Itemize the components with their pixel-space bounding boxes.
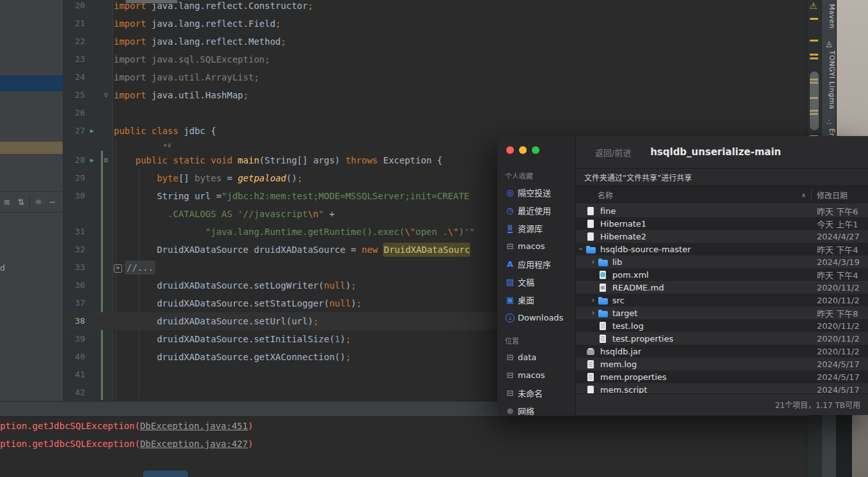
chevron-expanded-icon[interactable]: › [577, 245, 585, 253]
fold-slot [99, 259, 112, 276]
code-line[interactable]: 26 [63, 104, 807, 122]
run-slot [85, 68, 99, 86]
run-button[interactable]: ▶ [85, 151, 99, 169]
file-row[interactable]: ›target昨天 下午8 [576, 307, 868, 319]
fold-slot [99, 294, 112, 312]
sort-ascending-icon[interactable]: ∧ [802, 192, 811, 199]
settings-gear-icon[interactable]: ☼ [31, 197, 45, 207]
line-number: 41 [63, 366, 85, 384]
fold-slot [99, 122, 112, 140]
chevron-collapsed-icon[interactable]: › [589, 296, 597, 305]
sidebar-item-hdd[interactable]: ⊟macos [497, 366, 575, 384]
code-text: "java.lang.Runtime.getRuntime().exec(\"o… [112, 223, 475, 241]
sidebar-item-hdd[interactable]: ⊟未命名 [497, 384, 575, 402]
code-token: ; [345, 352, 350, 362]
code-token: " [318, 209, 323, 219]
run-button[interactable]: ▶ [85, 122, 99, 140]
file-row[interactable]: test.properties2020/11/2 [576, 332, 868, 345]
column-header-name[interactable]: 名称 [576, 190, 613, 201]
tool-button-maven[interactable]: Maven [822, 4, 836, 29]
tongyi-lingma-icon[interactable]: ◬ [822, 39, 836, 48]
code-line[interactable]: 23import java.sql.SQLException; [63, 50, 807, 68]
sidebar-item-hdd[interactable]: ⊟macos [497, 237, 575, 255]
hide-panel-icon[interactable]: − [45, 197, 59, 207]
editor-scrollbar-thumb[interactable] [810, 72, 819, 130]
chevron-collapsed-icon[interactable]: › [589, 257, 597, 266]
line-number [63, 205, 85, 223]
minimize-button[interactable] [519, 146, 527, 154]
sidebar-item-desktop[interactable]: ▣桌面 [497, 291, 575, 308]
file-row[interactable]: pom.xml昨天 下午4 [576, 268, 868, 281]
tree-selected-row[interactable] [0, 75, 63, 91]
code-token: import [114, 90, 146, 100]
code-token: [] [178, 173, 194, 183]
file-name: fine [600, 206, 616, 216]
code-line[interactable]: 22import java.lang.reflect.Method; [63, 33, 807, 50]
nodes-icon[interactable]: ∴ [822, 117, 836, 126]
fold-expand-icon[interactable]: + [114, 264, 122, 273]
code-token: jdbc { [178, 126, 216, 136]
file-row[interactable]: ›src2020/11/2 [576, 294, 868, 307]
fold-marker[interactable]: ⊟ [99, 151, 112, 169]
file-row[interactable]: mem.script2024/5/17 [576, 383, 868, 393]
file-icon [598, 334, 608, 344]
run-slot [85, 223, 99, 241]
column-header-date[interactable]: 修改日期 [811, 190, 868, 201]
code-line[interactable]: 25⌂import java.util.HashMap; [63, 86, 807, 104]
file-date: 2020/11/2 [817, 296, 868, 305]
zoom-button[interactable] [532, 146, 539, 154]
file-row[interactable]: mem.log2024/5/17 [576, 358, 868, 370]
collapse-all-icon[interactable]: ≡ [0, 197, 14, 207]
file-row[interactable]: mem.properties2024/5/17 [576, 370, 868, 383]
file-row[interactable]: ›lib2024/3/19 [576, 255, 868, 268]
stacktrace-line: ption.getJdbcSQLException(DbException.ja… [0, 417, 807, 435]
tree-highlighted-row[interactable] [0, 142, 63, 154]
sidebar-item-app[interactable]: A应用程序 [497, 255, 575, 273]
sidebar-item-label: macos [518, 370, 545, 380]
chevron-collapsed-icon[interactable]: › [589, 308, 597, 317]
code-token: DruidXADataSource druidXADataSource = [114, 245, 362, 255]
source-link[interactable]: DbException.java:427 [140, 439, 248, 449]
sidebar-item-doc[interactable]: ▤文稿 [497, 273, 575, 291]
usages-inlay-icon[interactable]: ∗∨ [63, 140, 171, 151]
sidebar-item-globe[interactable]: ⊕网络 [497, 402, 575, 415]
file-date: 2020/11/2 [817, 334, 868, 344]
sidebar-item-airdrop[interactable]: ◎隔空投送 [497, 183, 575, 201]
file-name: hsqldb-source-master [600, 245, 691, 254]
code-line[interactable]: 21import java.lang.reflect.Field; [63, 15, 807, 33]
screen: 20import java.lang.reflect.Constructor;2… [0, 0, 868, 477]
sidebar-item-label: 应用程序 [518, 258, 551, 270]
file-row[interactable]: Hibernate1今天 上午1 [576, 217, 868, 230]
code-text: String url ="jdbc:h2:mem:test;MODE=MSSQL… [112, 187, 469, 205]
file-date: 昨天 下午8 [817, 307, 868, 319]
source-link[interactable]: DbException.java:451 [140, 421, 248, 431]
folded-code-chip[interactable]: //... [125, 261, 155, 275]
sidebar-item-download[interactable]: ↓Downloads [497, 308, 575, 326]
file-row[interactable]: Hibernate22024/4/27 [576, 230, 868, 243]
hard-drive-icon: ⊟ [507, 352, 514, 362]
file-row[interactable]: fine昨天 下午6 [576, 204, 868, 217]
file-name: pom.xml [612, 270, 649, 280]
file-row[interactable]: ›hsqldb-source-master昨天 下午4 [576, 243, 868, 255]
sidebar-item-clock[interactable]: ◷最近使用 [497, 201, 575, 219]
clock-icon: ◷ [506, 206, 513, 215]
expand-collapse-icon[interactable]: ⇅ [14, 197, 28, 207]
code-token: druidXADataSource.setStatLogger( [114, 298, 329, 308]
sidebar-item-bank[interactable]: Ⅲ资源库 [497, 219, 575, 237]
code-line[interactable]: 24import java.util.ArrayList; [63, 68, 807, 86]
tool-button-tongyi-lingma[interactable]: TONGYI Lingma [822, 50, 836, 109]
sidebar-item-hdd[interactable]: ⊟data [497, 348, 575, 366]
file-row[interactable]: test.log2020/11/2 [576, 319, 868, 332]
code-token: null [329, 298, 351, 308]
code-token [114, 155, 136, 165]
code-token: main [232, 155, 259, 165]
fold-marker[interactable]: ⌂ [99, 86, 112, 104]
back-forward-buttons[interactable]: 返回/前进 [595, 146, 631, 158]
warning-triangle-icon[interactable]: ⚠ [809, 1, 818, 11]
file-row[interactable]: README.md2020/11/2 [576, 281, 868, 294]
editor-horizontal-scrollbar[interactable] [125, 0, 178, 3]
close-button[interactable] [506, 146, 514, 154]
run-slot [85, 259, 99, 276]
line-number: 37 [63, 294, 85, 312]
file-row[interactable]: hsqldb.jar2020/11/2 [576, 345, 868, 358]
